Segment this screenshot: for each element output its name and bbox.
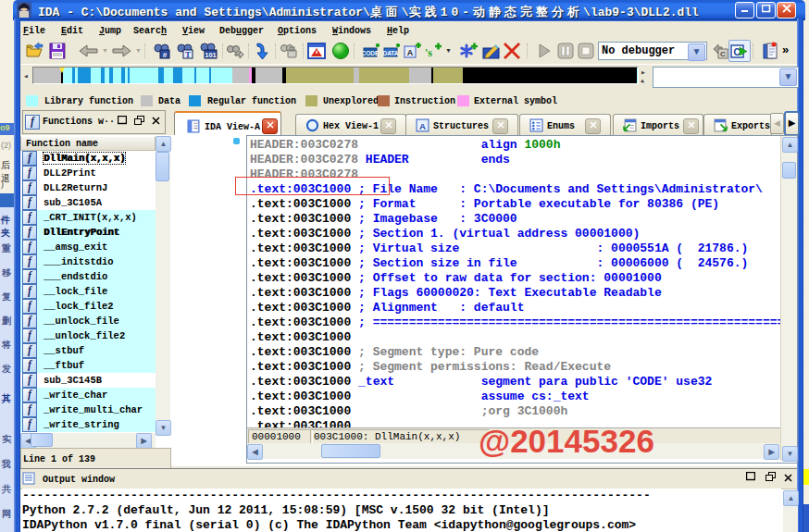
svg-text:101: 101 [205,51,217,59]
svg-text:'s: 's [425,46,432,59]
svg-text:A: A [419,121,426,131]
svg-text:A: A [407,48,414,57]
svg-text:DATA: DATA [383,50,399,56]
svg-text:#: # [163,51,168,59]
svg-text:C: C [720,50,726,58]
svg-text:T: T [185,50,191,59]
svg-text:C: C [733,47,740,57]
svg-text:CODE: CODE [363,50,380,56]
